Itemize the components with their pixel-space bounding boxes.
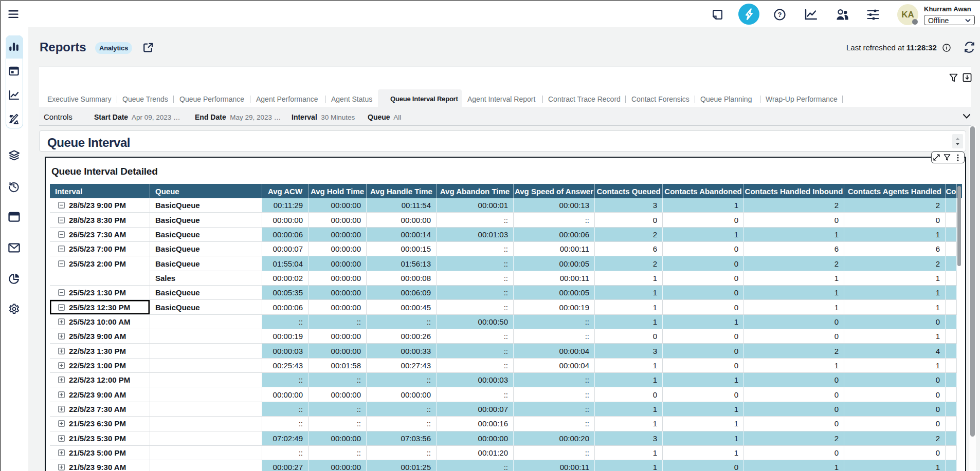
svg-text:?: ? (778, 11, 782, 18)
